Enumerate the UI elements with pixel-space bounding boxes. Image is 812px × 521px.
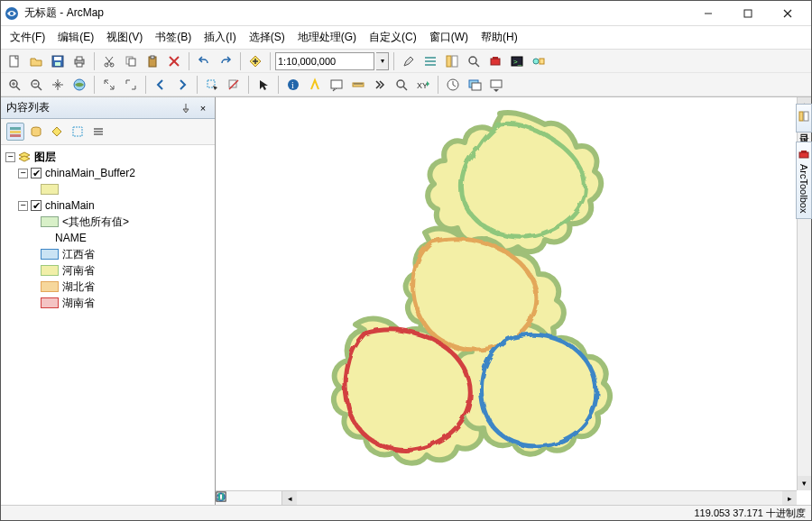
symbol-swatch[interactable] [41,216,59,227]
symbol-swatch[interactable] [41,184,59,195]
redo-icon[interactable] [216,51,235,71]
add-data-icon[interactable] [245,51,265,71]
map-view[interactable]: ▴ ▾ ◂ ▸ [216,97,811,505]
hyperlink-icon[interactable] [305,75,325,95]
symbol-swatch[interactable] [41,265,59,276]
delete-icon[interactable] [164,51,184,71]
back-extent-icon[interactable] [151,75,171,95]
save-document-icon[interactable] [48,51,68,71]
layout-view-icon[interactable] [235,492,247,505]
list-by-source-icon[interactable] [27,123,45,141]
scale-dropdown-arrow-icon[interactable]: ▾ [376,52,389,70]
symbol-swatch[interactable] [41,249,59,260]
zoom-in-icon[interactable] [5,75,24,95]
scroll-right-arrow-icon[interactable]: ▸ [782,491,797,505]
tree-symbol-row[interactable] [3,181,213,197]
tree-layer[interactable]: − ✔ chinaMain_Buffer2 [3,165,213,181]
time-slider-icon[interactable] [443,75,463,95]
menu-bookmarks[interactable]: 书签(B) [150,28,197,47]
svg-rect-75 [10,131,21,133]
select-features-icon[interactable] [202,75,222,95]
close-button[interactable] [768,2,807,25]
go-to-xy-icon[interactable]: XY [413,75,433,95]
layer-visibility-checkbox[interactable]: ✔ [31,200,42,211]
menu-selection[interactable]: 选择(S) [244,28,291,47]
tree-other-values[interactable]: <其他所有值> [3,214,213,230]
maximize-button[interactable] [728,2,768,25]
fixed-zoom-in-icon[interactable] [99,75,119,95]
table-of-contents-icon[interactable] [420,51,440,71]
find-route-icon[interactable] [392,75,411,95]
menu-windows[interactable]: 窗口(W) [424,28,474,47]
tree-class-row[interactable]: 湖南省 [3,295,213,311]
print-icon[interactable] [69,51,89,71]
list-by-selection-icon[interactable] [69,123,87,141]
identify-icon[interactable]: i [283,75,303,95]
clear-selection-icon[interactable] [224,75,244,95]
scroll-track[interactable] [297,491,782,505]
list-by-visibility-icon[interactable] [48,123,66,141]
expand-toggle-icon[interactable]: − [18,169,28,178]
tree-layer[interactable]: − ✔ chinaMain [3,197,213,214]
svg-line-47 [105,80,108,84]
editor-toolbar-icon[interactable] [399,51,419,71]
svg-line-48 [110,86,114,89]
tree-class-row[interactable]: 湖北省 [3,279,213,295]
dock-tab-catalog[interactable]: 目录 [796,104,812,133]
pause-drawing-icon[interactable] [265,492,278,505]
menu-edit[interactable]: 编辑(E) [52,28,99,47]
find-icon[interactable] [370,75,390,95]
menu-help[interactable]: 帮助(H) [475,28,523,47]
forward-extent-icon[interactable] [172,75,192,95]
minimize-button[interactable] [688,2,728,25]
arctoolbox-icon[interactable] [485,51,505,71]
copy-icon[interactable] [121,51,141,71]
pan-icon[interactable] [48,75,68,95]
menu-view[interactable]: 视图(V) [101,28,148,47]
scroll-down-arrow-icon[interactable]: ▾ [798,476,811,490]
scale-input[interactable] [275,52,374,70]
python-window-icon[interactable]: >_ [507,51,527,71]
viewer-dropdown-icon[interactable] [486,75,506,95]
list-by-drawing-order-icon[interactable] [6,123,24,141]
expand-toggle-icon[interactable]: − [18,201,28,211]
menu-customize[interactable]: 自定义(C) [364,28,422,47]
tree-root[interactable]: − 图层 [3,149,213,165]
menu-file[interactable]: 文件(F) [5,28,51,47]
model-builder-icon[interactable] [529,51,549,71]
measure-icon[interactable] [348,75,368,95]
open-document-icon[interactable] [26,51,46,71]
create-viewer-icon[interactable] [465,75,484,95]
search-icon[interactable] [464,51,484,71]
svg-rect-34 [493,57,498,59]
toc-options-icon[interactable] [89,123,107,141]
tree-class-row[interactable]: 河南省 [3,262,213,279]
expand-toggle-icon[interactable]: − [5,152,15,162]
tree-class-row[interactable]: 江西省 [3,246,213,262]
undo-icon[interactable] [194,51,214,71]
symbol-swatch[interactable] [41,281,59,292]
html-popup-icon[interactable] [327,75,346,95]
menu-insert[interactable]: 插入(I) [198,28,241,47]
menu-geoprocessing[interactable]: 地理处理(G) [292,28,362,47]
toc-tree[interactable]: − 图层 − ✔ chinaMain_Buffer2 − ✔ chinaMain [1,145,215,505]
full-extent-icon[interactable] [69,75,89,95]
layer-visibility-checkbox[interactable]: ✔ [31,168,42,178]
zoom-out-icon[interactable] [26,75,46,95]
new-document-icon[interactable] [5,51,24,71]
catalog-icon[interactable] [442,51,462,71]
paste-icon[interactable] [143,51,162,71]
pin-icon[interactable] [180,103,191,114]
symbol-swatch[interactable] [41,297,59,308]
map-canvas[interactable] [216,97,793,505]
cut-icon[interactable] [99,51,119,71]
scroll-left-arrow-icon[interactable]: ◂ [282,491,297,505]
refresh-view-icon[interactable] [250,492,263,505]
select-element-icon[interactable] [254,75,273,95]
dock-tab-arctoolbox[interactable]: ArcToolbox [796,142,812,219]
svg-rect-90 [222,493,224,500]
svg-rect-94 [801,151,807,153]
toc-close-icon[interactable]: × [197,102,209,114]
fixed-zoom-out-icon[interactable] [121,75,141,95]
svg-text:>_: >_ [513,58,522,66]
